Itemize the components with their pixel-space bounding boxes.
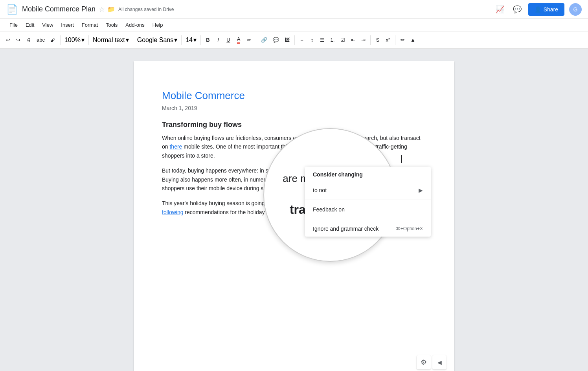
title-bar: 📄 Mobile Commerce Plan ☆ 📁 All changes s…: [0, 0, 588, 19]
bullet-list-button[interactable]: ☰: [318, 35, 327, 44]
menu-file[interactable]: File: [6, 20, 21, 29]
bold-button[interactable]: B: [203, 35, 213, 44]
context-menu-divider-2: [305, 219, 431, 219]
suggestion-label: to not: [313, 187, 327, 193]
indent-dec-button[interactable]: ⇤: [348, 35, 358, 44]
comment-icon[interactable]: 💬: [511, 3, 524, 16]
link-button[interactable]: 🔗: [259, 35, 270, 44]
menu-bar: File Edit View Insert Format Tools Add-o…: [0, 19, 588, 31]
checklist-button[interactable]: ☑: [338, 35, 347, 44]
avatar[interactable]: G: [569, 3, 582, 16]
style-selector[interactable]: Normal text ▾: [91, 35, 130, 44]
saved-message: All changes saved in Drive: [118, 7, 174, 12]
superscript-button[interactable]: x²: [383, 35, 393, 44]
document-page: Mobile Commerce March 1, 2019 Transformi…: [134, 61, 454, 371]
document-date: March 1, 2019: [162, 105, 426, 111]
highlight-button[interactable]: ✏: [244, 35, 254, 44]
menu-help[interactable]: Help: [149, 20, 166, 29]
menu-view[interactable]: View: [39, 20, 56, 29]
document-heading: Mobile Commerce: [162, 90, 426, 102]
font-size-selector[interactable]: 14 ▾: [184, 35, 198, 44]
toolbar-icons-right: 📈 💬 👤 Share G: [494, 3, 582, 16]
text-color-button[interactable]: A: [234, 35, 243, 45]
doc-icon: 📄: [6, 4, 18, 15]
feedback-item[interactable]: Feedback on: [305, 202, 431, 217]
strikethrough-button[interactable]: S: [373, 35, 382, 44]
zoom-selector[interactable]: 100% ▾: [63, 35, 86, 44]
align-button[interactable]: ≡: [297, 35, 307, 44]
collapse-button[interactable]: ◀: [432, 355, 447, 369]
indent-inc-button[interactable]: ⇥: [358, 35, 368, 44]
ignore-item[interactable]: Ignore and grammar check ⌘+Option+X: [305, 221, 431, 237]
doc-title[interactable]: Mobile Commerce Plan: [22, 5, 96, 13]
context-menu: Consider changing to not ▶ Feedback on I…: [305, 167, 431, 237]
suggestion-arrow: ▶: [419, 187, 423, 193]
feedback-label: Feedback on: [313, 206, 345, 213]
folder-icon[interactable]: 📁: [107, 6, 115, 13]
formatting-toolbar: ↩ ↪ 🖨 abc 🖌 100% ▾ Normal text ▾ Google …: [0, 31, 588, 49]
share-button[interactable]: 👤 Share: [528, 3, 564, 16]
analytics-icon[interactable]: 📈: [494, 3, 506, 16]
context-menu-divider: [305, 200, 431, 200]
menu-format[interactable]: Format: [79, 20, 101, 29]
comment-inline-button[interactable]: 💬: [270, 35, 281, 44]
num-list-button[interactable]: 1.: [328, 35, 337, 44]
pen-button[interactable]: ✏: [398, 35, 407, 44]
star-icon[interactable]: ☆: [99, 5, 105, 14]
section-title: Transforming buy flows: [162, 121, 426, 129]
undo-button[interactable]: ↩: [3, 35, 13, 44]
spell-check-button[interactable]: abc: [34, 35, 47, 44]
paint-format-button[interactable]: 🖌: [48, 35, 58, 44]
font-selector[interactable]: Google Sans ▾: [136, 35, 179, 44]
consider-changing-item: Consider changing: [305, 167, 431, 182]
line-spacing-button[interactable]: ↕: [307, 35, 317, 44]
text-cursor: [401, 155, 402, 163]
image-button[interactable]: 🖼: [282, 35, 292, 44]
suggestion-item[interactable]: to not ▶: [305, 182, 431, 198]
ignore-label: Ignore and grammar check: [313, 226, 379, 232]
underline-button[interactable]: U: [224, 35, 233, 44]
menu-insert[interactable]: Insert: [58, 20, 77, 29]
settings-button[interactable]: ⚙: [417, 355, 431, 369]
print-button[interactable]: 🖨: [24, 35, 33, 44]
redo-button[interactable]: ↪: [13, 35, 23, 44]
share-icon: 👤: [535, 6, 541, 13]
consider-changing-label: Consider changing: [313, 171, 363, 178]
menu-edit[interactable]: Edit: [22, 20, 37, 29]
menu-addons[interactable]: Add-ons: [122, 20, 147, 29]
expand-button[interactable]: ▲: [408, 35, 418, 44]
italic-button[interactable]: I: [213, 35, 223, 44]
menu-tools[interactable]: Tools: [103, 20, 121, 29]
ignore-shortcut: ⌘+Option+X: [396, 226, 423, 231]
there-link[interactable]: there: [169, 143, 182, 150]
page-area: Mobile Commerce March 1, 2019 Transformi…: [0, 49, 588, 371]
